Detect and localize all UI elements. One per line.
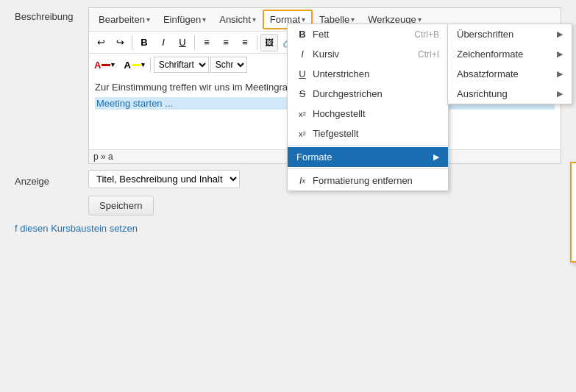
divider-1 xyxy=(132,35,132,50)
font-color-strip xyxy=(102,64,110,66)
fett-shortcut: Ctrl+B xyxy=(414,29,439,40)
align-left-button[interactable]: ≡ xyxy=(198,34,216,51)
wichtige-meldung-item[interactable]: Wichtige Meldung xyxy=(572,202,576,223)
italic-button[interactable]: I xyxy=(154,34,172,51)
format-fett-item[interactable]: B Fett Ctrl+B xyxy=(288,24,448,44)
format-formate-item[interactable]: Formate ▶ xyxy=(288,147,448,167)
align-left-icon: ≡ xyxy=(204,37,210,48)
font-size-select[interactable]: Schriftgrö xyxy=(210,57,247,73)
align-right-button[interactable]: ≡ xyxy=(236,34,254,51)
tiefgestellt-label: Tiefgestellt xyxy=(313,128,358,139)
ausrichtung-label: Ausrichtung xyxy=(457,88,508,99)
absatzformate-arrow: ▶ xyxy=(557,69,563,79)
font-color-a-icon: A xyxy=(94,60,101,71)
font-family-select[interactable]: Schriftart xyxy=(154,57,209,73)
unterstrichen-icon: U xyxy=(296,68,308,79)
divider-2 xyxy=(194,35,195,50)
tabelle-arrow: ▾ xyxy=(351,15,355,24)
werkzeuge-arrow: ▾ xyxy=(418,15,422,24)
format-arrow: ▾ xyxy=(302,15,305,24)
durchgestrichen-icon: S xyxy=(296,88,308,99)
format-durchgestrichen-item[interactable]: S Durchgestrichen xyxy=(288,84,448,104)
undo-button[interactable]: ↩ xyxy=(92,34,110,51)
fett-icon: B xyxy=(296,29,308,40)
ausrichtung-item[interactable]: Ausrichtung ▶ xyxy=(448,84,572,104)
kursiv-shortcut: Ctrl+I xyxy=(418,49,439,60)
absatzformate-item[interactable]: Absatzformate ▶ xyxy=(448,64,572,84)
anzeige-label: Anzeige xyxy=(15,172,88,187)
formatierung-icon: Ix xyxy=(296,176,308,186)
bearbeiten-arrow: ▾ xyxy=(146,15,150,24)
underline-button[interactable]: U xyxy=(174,34,191,51)
image-icon: 🖼 xyxy=(265,38,274,48)
zeichenformate-label: Zeichenformate xyxy=(457,49,523,60)
format-unterstrichen-item[interactable]: U Unterstrichen xyxy=(288,64,448,84)
format-kursiv-item[interactable]: I Kursiv Ctrl+I xyxy=(288,44,448,64)
highlight-a-icon: A xyxy=(124,60,130,71)
zeichenformate-arrow: ▶ xyxy=(557,49,563,59)
durchgestrichen-label: Durchgestrichen xyxy=(313,88,383,99)
status-path: p » a xyxy=(93,152,113,162)
ueberschriften-item[interactable]: Überschriften ▶ xyxy=(448,24,572,44)
ausrichtung-arrow: ▶ xyxy=(557,89,563,99)
absatzformate-label: Absatzformate xyxy=(457,68,519,79)
align-center-icon: ≡ xyxy=(223,37,229,48)
hochgestellt-icon: x2 xyxy=(296,110,308,118)
redo-button[interactable]: ↪ xyxy=(111,34,129,51)
kurs-baustein-link[interactable]: f diesen Kursbaustein setzen xyxy=(15,223,138,234)
font-color-arrow: ▾ xyxy=(111,61,115,68)
highlight-color-arrow: ▾ xyxy=(141,61,145,68)
formatierung-label: Formatierung entfernen xyxy=(313,175,413,186)
kursiv-label: Kursiv xyxy=(313,49,339,60)
fett-label: Fett xyxy=(313,29,329,40)
einfuegen-arrow: ▾ xyxy=(202,15,206,24)
dropdown-separator xyxy=(288,145,448,146)
kurs-baustein-link-text: f diesen Kursbaustein setzen xyxy=(15,223,138,234)
umrahmung-item[interactable]: Umrahmung xyxy=(572,241,576,260)
image-button[interactable]: 🖼 xyxy=(260,34,278,51)
hochgestellt-label: Hochgestellt xyxy=(313,108,366,119)
menu-bearbeiten[interactable]: Bearbeiten ▾ xyxy=(92,10,157,29)
ueberschriften-label: Überschriften xyxy=(457,29,513,40)
link-area: f diesen Kursbaustein setzen xyxy=(15,223,561,234)
format-formatierung-item[interactable]: Ix Formatierung entfernen xyxy=(288,171,448,190)
absatz-submenu: Info-Meldung Warnung Wichtige Meldung Er… xyxy=(570,162,576,263)
info-meldung-item[interactable]: Info-Meldung xyxy=(572,165,576,183)
dropdown-separator-2 xyxy=(288,168,448,169)
kursiv-icon: I xyxy=(296,49,308,60)
divider-3 xyxy=(257,35,257,50)
menu-einfuegen[interactable]: Einfügen ▾ xyxy=(157,10,213,29)
ueberschriften-arrow: ▶ xyxy=(557,29,563,39)
align-center-button[interactable]: ≡ xyxy=(217,34,235,51)
save-area: Speichern xyxy=(15,196,561,215)
format-hochgestellt-item[interactable]: x2 Hochgestellt xyxy=(288,104,448,124)
highlight-color-strip xyxy=(132,64,141,66)
font-color-button[interactable]: A ▾ xyxy=(92,58,117,72)
page-wrapper: Beschreibung Bearbeiten ▾ Einfügen ▾ Ans… xyxy=(0,0,576,392)
ansicht-arrow: ▾ xyxy=(252,15,256,24)
warnung-item[interactable]: Warnung xyxy=(572,183,576,202)
highlight-color-button[interactable]: A ▾ xyxy=(121,58,146,72)
formate-submenu: Überschriften ▶ Zeichenformate ▶ Absatzf… xyxy=(447,24,572,104)
tiefgestellt-icon: x2 xyxy=(296,129,308,138)
bold-button[interactable]: B xyxy=(135,34,153,51)
unterstrichen-label: Unterstrichen xyxy=(313,68,369,79)
formate-label: Formate xyxy=(296,152,332,163)
erfolgsmeldung-item[interactable]: Erfolgsmeldung xyxy=(572,223,576,241)
format-tiefgestellt-item[interactable]: x2 Tiefgestellt xyxy=(288,124,448,143)
align-right-icon: ≡ xyxy=(242,37,248,48)
formate-submenu-arrow: ▶ xyxy=(433,152,439,162)
divider-4 xyxy=(150,57,151,72)
format-dropdown: B Fett Ctrl+B I Kursiv Ctrl+I U Unterstr… xyxy=(287,24,449,191)
save-button[interactable]: Speichern xyxy=(88,196,154,215)
anzeige-select[interactable]: Titel, Beschreibung und Inhalt Nur Titel… xyxy=(88,170,240,188)
beschreibung-label: Beschreibung xyxy=(15,7,88,22)
zeichenformate-item[interactable]: Zeichenformate ▶ xyxy=(448,44,572,64)
menu-ansicht[interactable]: Ansicht ▾ xyxy=(213,10,263,29)
